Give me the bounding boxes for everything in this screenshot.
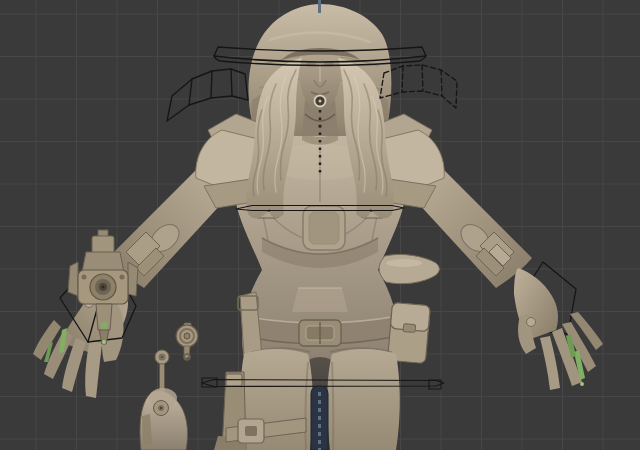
viewport-3d[interactable] — [0, 0, 640, 450]
head-bone-tip[interactable] — [318, 0, 321, 13]
viewport-canvas[interactable] — [0, 0, 640, 450]
